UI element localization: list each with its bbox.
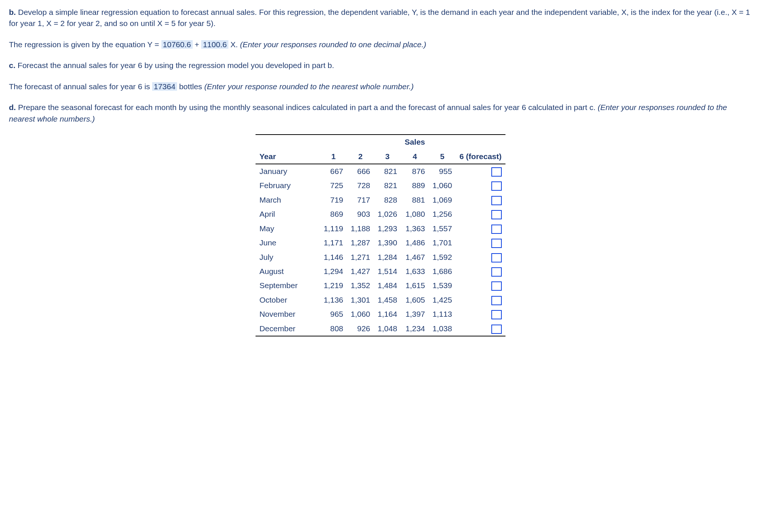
- eq-post: X.: [228, 40, 240, 49]
- value-cell: 869: [320, 207, 347, 221]
- value-cell: 1,486: [401, 236, 429, 250]
- value-cell: 1,557: [429, 222, 456, 236]
- forecast-input[interactable]: [491, 253, 502, 262]
- table-row: July1,1461,2711,2841,4671,592: [256, 250, 505, 264]
- month-cell: October: [256, 293, 320, 307]
- forecast-cell: [456, 207, 505, 221]
- value-cell: 821: [374, 178, 401, 193]
- value-cell: 903: [347, 207, 374, 221]
- value-cell: 1,287: [347, 236, 374, 250]
- table-row: November9651,0601,1641,3971,113: [256, 307, 505, 321]
- value-cell: 1,514: [374, 264, 401, 278]
- forecast-input[interactable]: [491, 196, 502, 205]
- col-5: 5: [429, 149, 456, 164]
- value-cell: 1,592: [429, 250, 456, 264]
- year-header: Year: [256, 149, 320, 164]
- forecast-input[interactable]: [491, 210, 502, 219]
- sales-table-body: January667666821876955February7257288218…: [256, 164, 505, 336]
- question-page: b. Develop a simple linear regression eq…: [0, 0, 761, 351]
- table-row: September1,2191,3521,4841,6151,539: [256, 278, 505, 293]
- forecast-cell: [456, 222, 505, 236]
- forecast-input[interactable]: [491, 310, 502, 319]
- value-cell: 889: [401, 178, 429, 193]
- table-row: December8089261,0481,2341,038: [256, 322, 505, 336]
- forecast-input[interactable]: [491, 167, 502, 177]
- value-cell: 725: [320, 178, 347, 193]
- value-cell: 1,256: [429, 207, 456, 221]
- part-b-text: Develop a simple linear regression equat…: [9, 8, 750, 28]
- table-row: June1,1711,2871,3901,4861,701: [256, 236, 505, 250]
- value-cell: 1,301: [347, 293, 374, 307]
- value-cell: 1,060: [347, 307, 374, 321]
- month-cell: February: [256, 178, 320, 193]
- value-cell: 1,284: [374, 250, 401, 264]
- value-cell: 1,467: [401, 250, 429, 264]
- value-cell: 1,146: [320, 250, 347, 264]
- forecast-cell: [456, 178, 505, 193]
- value-cell: 1,425: [429, 293, 456, 307]
- part-c-prompt: c. Forecast the annual sales for year 6 …: [9, 60, 752, 71]
- col-6-forecast: 6 (forecast): [456, 149, 505, 164]
- part-b-hint: (Enter your responses rounded to one dec…: [240, 40, 426, 49]
- sales-header: Sales: [401, 135, 429, 149]
- forecast-cell: [456, 293, 505, 307]
- forecast-cell: [456, 164, 505, 178]
- regression-intercept: 10760.6: [161, 40, 193, 49]
- part-b-label: b.: [9, 8, 16, 16]
- value-cell: 1,136: [320, 293, 347, 307]
- value-cell: 1,171: [320, 236, 347, 250]
- value-cell: 1,633: [401, 264, 429, 278]
- value-cell: 1,427: [347, 264, 374, 278]
- value-cell: 926: [347, 322, 374, 336]
- forecast-input[interactable]: [491, 239, 502, 248]
- table-row: January667666821876955: [256, 164, 505, 178]
- forecast-cell: [456, 278, 505, 293]
- col-2: 2: [347, 149, 374, 164]
- value-cell: 1,397: [401, 307, 429, 321]
- part-c-hint: (Enter your response rounded to the near…: [204, 82, 414, 91]
- value-cell: 1,113: [429, 307, 456, 321]
- forecast-input[interactable]: [491, 267, 502, 277]
- table-row: October1,1361,3011,4581,6051,425: [256, 293, 505, 307]
- col-1: 1: [320, 149, 347, 164]
- value-cell: 1,615: [401, 278, 429, 293]
- forecast-input[interactable]: [491, 296, 502, 305]
- value-cell: 666: [347, 164, 374, 178]
- value-cell: 1,605: [401, 293, 429, 307]
- value-cell: 955: [429, 164, 456, 178]
- forecast-input[interactable]: [491, 181, 502, 191]
- value-cell: 1,458: [374, 293, 401, 307]
- forecast-input[interactable]: [491, 281, 502, 291]
- value-cell: 1,363: [401, 222, 429, 236]
- forecast-cell: [456, 250, 505, 264]
- month-cell: April: [256, 207, 320, 221]
- forecast-cell: [456, 193, 505, 207]
- value-cell: 1,026: [374, 207, 401, 221]
- value-cell: 667: [320, 164, 347, 178]
- value-cell: 1,686: [429, 264, 456, 278]
- month-cell: June: [256, 236, 320, 250]
- value-cell: 1,293: [374, 222, 401, 236]
- forecast-input[interactable]: [491, 225, 502, 234]
- value-cell: 1,234: [401, 322, 429, 336]
- value-cell: 728: [347, 178, 374, 193]
- sales-table: Sales Year 1 2 3 4 5 6 (forecast) Januar…: [256, 134, 505, 336]
- forecast-input[interactable]: [491, 325, 502, 334]
- c-post: bottles: [177, 82, 205, 91]
- forecast-cell: [456, 264, 505, 278]
- value-cell: 1,080: [401, 207, 429, 221]
- sales-table-wrap: Sales Year 1 2 3 4 5 6 (forecast) Januar…: [9, 134, 752, 336]
- value-cell: 1,119: [320, 222, 347, 236]
- table-row: August1,2941,4271,5141,6331,686: [256, 264, 505, 278]
- value-cell: 719: [320, 193, 347, 207]
- col-4: 4: [401, 149, 429, 164]
- part-c-text: Forecast the annual sales for year 6 by …: [16, 61, 334, 70]
- part-b-prompt: b. Develop a simple linear regression eq…: [9, 7, 752, 29]
- table-row: March7197178288811,069: [256, 193, 505, 207]
- value-cell: 1,539: [429, 278, 456, 293]
- col-3: 3: [374, 149, 401, 164]
- regression-slope: 1100.6: [201, 40, 228, 49]
- table-row: May1,1191,1881,2931,3631,557: [256, 222, 505, 236]
- value-cell: 828: [374, 193, 401, 207]
- value-cell: 1,164: [374, 307, 401, 321]
